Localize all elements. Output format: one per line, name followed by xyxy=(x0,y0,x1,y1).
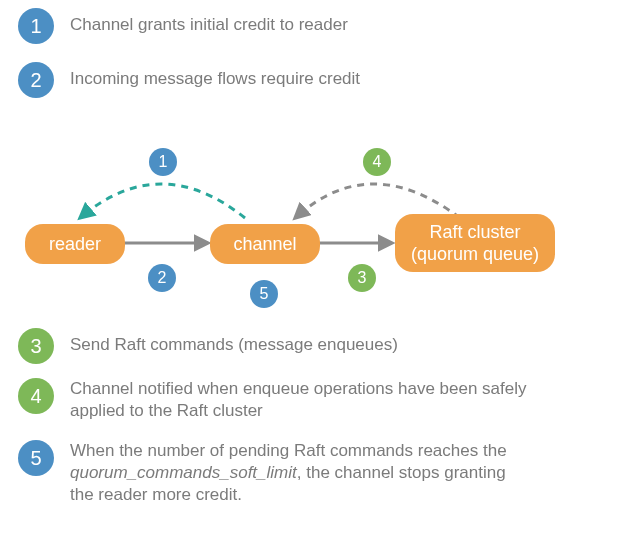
node-channel: channel xyxy=(210,224,320,264)
legend-badge-4: 4 xyxy=(18,378,54,414)
legend-text-5: When the number of pending Raft commands… xyxy=(70,440,530,506)
node-reader-label: reader xyxy=(49,233,101,255)
legend-badge-3: 3 xyxy=(18,328,54,364)
diagram-badge-3: 3 xyxy=(348,264,376,292)
node-cluster-line2: (quorum queue) xyxy=(411,243,539,265)
legend-row-5: 5 When the number of pending Raft comman… xyxy=(18,440,530,506)
legend-text-1: Channel grants initial credit to reader xyxy=(70,8,348,36)
legend-text-4: Channel notified when enqueue operations… xyxy=(70,378,530,422)
node-cluster-line1: Raft cluster xyxy=(429,221,520,243)
diagram-badge-1: 1 xyxy=(149,148,177,176)
legend-text-2: Incoming message flows require credit xyxy=(70,62,360,90)
legend-row-3: 3 Send Raft commands (message enqueues) xyxy=(18,328,398,364)
legend-badge-5: 5 xyxy=(18,440,54,476)
legend-row-2: 2 Incoming message flows require credit xyxy=(18,62,360,98)
legend-text-5-em: quorum_commands_soft_limit xyxy=(70,463,297,482)
legend-row-1: 1 Channel grants initial credit to reade… xyxy=(18,8,348,44)
legend-row-4: 4 Channel notified when enqueue operatio… xyxy=(18,378,530,422)
diagram-badge-2: 2 xyxy=(148,264,176,292)
edge-4-cluster-to-channel xyxy=(295,184,460,218)
diagram-badge-5: 5 xyxy=(250,280,278,308)
node-reader: reader xyxy=(25,224,125,264)
legend-text-5a: When the number of pending Raft commands… xyxy=(70,441,507,460)
legend-badge-2: 2 xyxy=(18,62,54,98)
node-cluster: Raft cluster (quorum queue) xyxy=(395,214,555,272)
node-channel-label: channel xyxy=(233,233,296,255)
diagram-badge-4: 4 xyxy=(363,148,391,176)
legend-badge-1: 1 xyxy=(18,8,54,44)
legend-text-3: Send Raft commands (message enqueues) xyxy=(70,328,398,356)
edge-1-channel-to-reader xyxy=(80,184,245,218)
